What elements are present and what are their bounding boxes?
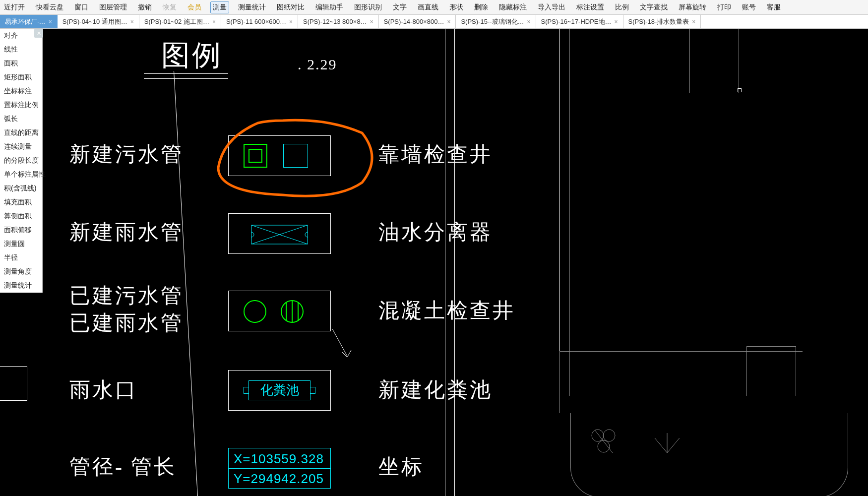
close-icon[interactable]: × xyxy=(692,18,695,25)
toolbar-形状[interactable]: 形状 xyxy=(447,2,465,13)
close-icon[interactable]: × xyxy=(130,18,134,25)
svg-point-11 xyxy=(592,430,604,441)
toolbar-比例[interactable]: 比例 xyxy=(613,2,631,13)
toolbar-图层管理[interactable]: 图层管理 xyxy=(97,2,129,13)
toolbar-屏幕旋转[interactable]: 屏幕旋转 xyxy=(677,2,708,13)
sidebar-item-测量角度[interactable]: 测量角度 xyxy=(0,265,42,279)
close-icon[interactable]: × xyxy=(447,18,450,25)
legend-row-2-left2: 已建雨水管 xyxy=(69,309,184,337)
svg-point-5 xyxy=(244,301,266,322)
file-tab-6[interactable]: S(PS)-15--玻璃钢化…× xyxy=(456,15,536,28)
close-icon[interactable]: × xyxy=(615,18,618,25)
toolbar-文字查找[interactable]: 文字查找 xyxy=(638,2,670,13)
toolbar-客服[interactable]: 客服 xyxy=(765,2,783,13)
plan-glyph-arrow xyxy=(645,431,689,460)
file-tab-label: S(PS)-14-800×800… xyxy=(384,18,444,25)
drawing-canvas[interactable]: 图例 . 2.29 新建污水管 靠墙检查井 新建雨水管 油水分离器 已建污水管 … xyxy=(0,29,868,496)
coord-x: X=103559.328 xyxy=(234,451,324,467)
septic-tank-label: 化粪池 xyxy=(260,383,299,397)
measure-sidebar: ✕ 对齐线性面积矩形面积坐标标注置标注比例弧长直线的距离连续测量的分段长度单个标… xyxy=(0,29,43,293)
file-tab-1[interactable]: S(PS)-04~10 通用图…× xyxy=(58,15,139,28)
arrow-down-icon xyxy=(327,326,357,366)
file-tab-3[interactable]: S(PS)-11 600×600…× xyxy=(221,15,298,28)
plan-box-left-edge xyxy=(0,366,27,401)
sidebar-item-单个标注属性[interactable]: 单个标注属性 xyxy=(0,168,42,182)
toolbar-导入导出[interactable]: 导入导出 xyxy=(536,2,567,13)
sidebar-item-置标注比例[interactable]: 置标注比例 xyxy=(0,98,42,112)
legend-row-1-left: 新建雨水管 xyxy=(69,218,184,246)
file-tabstrip: 易承环保厂·…×S(PS)-04~10 通用图…×S(PS)-01~02 施工图… xyxy=(0,15,868,29)
close-icon[interactable]: × xyxy=(527,18,531,25)
file-tab-0[interactable]: 易承环保厂·…× xyxy=(0,15,58,28)
sidebar-item-积(含弧线)[interactable]: 积(含弧线) xyxy=(0,182,42,195)
svg-line-17 xyxy=(667,438,680,453)
toolbar-删除[interactable]: 删除 xyxy=(472,2,490,13)
file-tab-7[interactable]: S(PS)-16~17-HDPE地…× xyxy=(536,15,623,28)
sidebar-item-直线的距离[interactable]: 直线的距离 xyxy=(0,126,42,140)
legend-symbol-3: 化粪池 xyxy=(228,370,331,411)
sidebar-item-测量统计[interactable]: 测量统计 xyxy=(0,279,42,293)
legend-row-0-left: 新建污水管 xyxy=(69,140,184,168)
svg-line-14 xyxy=(595,431,613,453)
toolbar-文字[interactable]: 文字 xyxy=(391,2,409,13)
toolbar-测量统计[interactable]: 测量统计 xyxy=(236,2,268,13)
legend-row-2-right: 混凝土检查井 xyxy=(378,297,515,324)
toolbar-窗口[interactable]: 窗口 xyxy=(72,2,90,13)
sidebar-item-线性[interactable]: 线性 xyxy=(0,43,42,57)
legend-note: . 2.29 xyxy=(298,56,337,73)
toolbar-画直线[interactable]: 画直线 xyxy=(416,2,440,13)
legend-row-0-right: 靠墙检查井 xyxy=(378,140,493,168)
plan-box-right xyxy=(746,346,796,396)
sidebar-item-的分段长度[interactable]: 的分段长度 xyxy=(0,154,42,168)
toolbar-编辑助手[interactable]: 编辑助手 xyxy=(313,2,345,13)
file-tab-2[interactable]: S(PS)-01~02 施工图…× xyxy=(139,15,221,28)
file-tab-4[interactable]: S(PS)-12~13 800×8…× xyxy=(298,15,379,28)
sidebar-item-矩形面积[interactable]: 矩形面积 xyxy=(0,70,42,84)
circle-pair-icon xyxy=(244,300,315,323)
file-tab-5[interactable]: S(PS)-14-800×800…× xyxy=(379,15,456,28)
plan-box-top xyxy=(689,29,739,93)
legend-symbol-1 xyxy=(228,213,331,254)
toolbar-隐藏标注[interactable]: 隐藏标注 xyxy=(497,2,529,13)
sidebar-item-坐标标注[interactable]: 坐标标注 xyxy=(0,84,42,98)
sidebar-item-面积[interactable]: 面积 xyxy=(0,57,42,70)
close-icon[interactable]: × xyxy=(289,18,293,25)
file-tab-label: S(PS)-15--玻璃钢化… xyxy=(461,17,524,26)
toolbar-近打开[interactable]: 近打开 xyxy=(2,2,27,13)
legend-row-4-left: 管径- 管长 xyxy=(69,453,177,481)
file-tab-label: S(PS)-11 600×600… xyxy=(226,18,286,25)
toolbar-图纸对比[interactable]: 图纸对比 xyxy=(275,2,307,13)
sidebar-item-弧长[interactable]: 弧长 xyxy=(0,112,42,126)
tab-left xyxy=(244,387,248,394)
file-tab-label: S(PS)-16~17-HDPE地… xyxy=(541,17,612,26)
legend-row-2-left: 已建污水管 xyxy=(69,282,184,310)
plan-line-2 xyxy=(454,29,455,496)
sidebar-close-button[interactable]: ✕ xyxy=(34,29,43,38)
toolbar-快看云盘[interactable]: 快看云盘 xyxy=(34,2,65,13)
sidebar-item-半径[interactable]: 半径 xyxy=(0,251,42,265)
toolbar-标注设置[interactable]: 标注设置 xyxy=(574,2,606,13)
toolbar-会员[interactable]: 会员 xyxy=(186,2,203,13)
svg-line-10 xyxy=(332,329,347,356)
file-tab-8[interactable]: S(PS)-18-排水数量表× xyxy=(623,15,701,28)
sidebar-item-算侧面积[interactable]: 算侧面积 xyxy=(0,209,42,223)
toolbar-账号[interactable]: 账号 xyxy=(740,2,758,13)
plan-node-1 xyxy=(738,88,742,92)
toolbar-测量[interactable]: 测量 xyxy=(210,1,229,13)
close-icon[interactable]: × xyxy=(49,18,52,25)
file-tab-label: S(PS)-04~10 通用图… xyxy=(62,17,127,26)
sidebar-item-连续测量[interactable]: 连续测量 xyxy=(0,140,42,154)
sidebar-item-面积偏移[interactable]: 面积偏移 xyxy=(0,223,42,237)
file-tab-label: S(PS)-12~13 800×8… xyxy=(303,18,367,25)
sidebar-item-测量圆[interactable]: 测量圆 xyxy=(0,237,42,251)
toolbar-恢复[interactable]: 恢复 xyxy=(161,2,179,13)
close-icon[interactable]: × xyxy=(212,18,216,25)
file-tab-label: 易承环保厂·… xyxy=(5,17,46,26)
file-tab-label: S(PS)-18-排水数量表 xyxy=(628,17,689,26)
toolbar-图形识别[interactable]: 图形识别 xyxy=(352,2,384,13)
sidebar-item-填充面积[interactable]: 填充面积 xyxy=(0,195,42,209)
close-icon[interactable]: × xyxy=(370,18,373,25)
toolbar-撤销[interactable]: 撤销 xyxy=(136,2,154,13)
legend-underline-1 xyxy=(144,73,228,74)
toolbar-打印[interactable]: 打印 xyxy=(715,2,733,13)
